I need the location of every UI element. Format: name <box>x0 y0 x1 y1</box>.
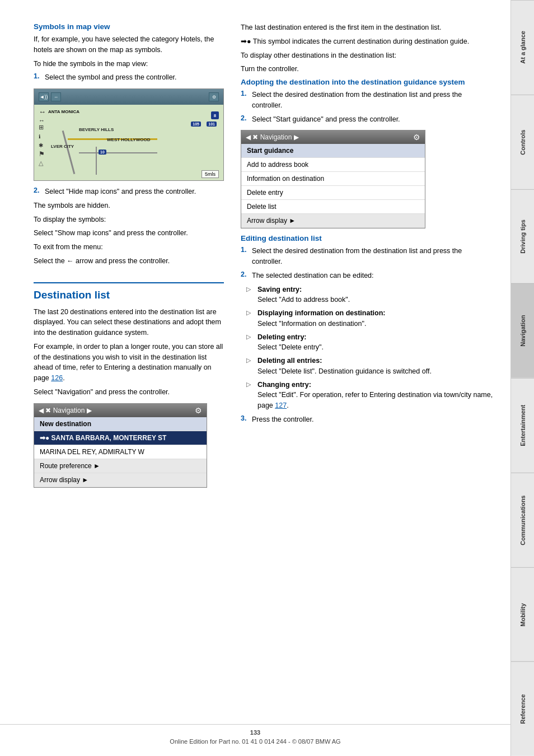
sidebar-tab-navigation[interactable]: Navigation <box>511 283 534 378</box>
sidebar: At a glance Controls Driving tips Naviga… <box>510 0 534 756</box>
nav-arrow-display-right[interactable]: Arrow display ► <box>241 214 425 228</box>
settings-icon: ⚙ <box>212 95 216 100</box>
symbols-body2: To hide the symbols in the map view: <box>34 59 224 69</box>
nav-new-dest[interactable]: New destination <box>34 417 207 431</box>
nav-arrow-display-left[interactable]: Arrow display ► <box>34 473 207 487</box>
map-culver: LVER CITY <box>51 144 74 149</box>
edit-step3: 3. Press the controller. <box>241 414 494 425</box>
nav-info-dest[interactable]: Information on destination <box>241 172 425 186</box>
nav-marina[interactable]: MARINA DEL REY, ADMIRALTY W <box>34 445 207 459</box>
right-column: The last destination entered is the firs… <box>235 22 494 739</box>
nav-back-left: ◀ ✖ Navigation ▶ <box>39 407 92 414</box>
symbol-note: ➡● This symbol indicates the current des… <box>241 36 494 47</box>
bullet-saving: ▷ Saving entry: Select "Add to address b… <box>246 284 494 306</box>
bullet-arrow-1: ▷ <box>246 286 253 306</box>
bullet-arrow-3: ▷ <box>246 333 253 353</box>
edit-step1: 1. Select the desired destination from t… <box>241 246 494 267</box>
map-hollywood: WEST HOLLYWOOD <box>107 137 150 142</box>
nav-add-address[interactable]: Add to address book <box>241 158 425 172</box>
show-body: To display the symbols: <box>34 214 224 225</box>
page-footer: 133 Online Edition for Part no. 01 41 0 … <box>0 724 510 745</box>
map-scale: 5mls <box>202 170 219 178</box>
dest-body2: For example, in order to plan a longer r… <box>34 342 224 384</box>
nav-header-left: ◀ ✖ Navigation ▶ ⚙ <box>34 404 207 417</box>
nav-settings-right: ⚙ <box>413 133 420 142</box>
bullet-arrow-5: ▷ <box>246 381 253 411</box>
sidebar-tab-mobility[interactable]: Mobility <box>511 567 534 662</box>
nav-settings-left: ⚙ <box>195 406 202 415</box>
nav-ui-left: ◀ ✖ Navigation ▶ ⚙ New destination ➡● SA… <box>34 403 207 488</box>
adopting-heading: Adopting the destination into the destin… <box>241 78 494 86</box>
map-image: ◄)) ↔ ⚙ ↔ ANTA MONICA <box>34 88 224 181</box>
dest-body1: The last 20 destinations entered into th… <box>34 307 224 338</box>
bullet-display: ▷ Displaying information on destination:… <box>246 308 494 329</box>
badge-8: 8 <box>211 111 219 119</box>
sidebar-tab-driving-tips[interactable]: Driving tips <box>511 189 534 284</box>
bullet-delete: ▷ Deleting entry: Select "Delete entry". <box>246 332 494 353</box>
bullet-change: ▷ Changing entry: Select "Edit". For ope… <box>246 380 494 411</box>
link-126[interactable]: 126 <box>51 374 63 382</box>
badge-10: 10 <box>99 150 106 155</box>
map-beverly: BEVERLY HILLS <box>79 127 114 132</box>
exit-detail: Select the ← arrow and press the control… <box>34 256 224 267</box>
nav-header-right: ◀ ✖ Navigation ▶ ⚙ <box>241 130 425 144</box>
map-body: ↔ ANTA MONICA ↔ ⊞ ℹ ✱ <box>34 105 223 181</box>
nav-route-pref[interactable]: Route preference ► <box>34 459 207 473</box>
nav-delete-entry[interactable]: Delete entry <box>241 186 425 200</box>
symbols-step1: 1. Select the symbol and press the contr… <box>34 72 224 83</box>
bullet-arrow-4: ▷ <box>246 357 253 377</box>
sidebar-tab-controls[interactable]: Controls <box>511 95 534 189</box>
adopt-step2: 2. Select "Start guidance" and press the… <box>241 114 494 125</box>
sidebar-tab-reference[interactable]: Reference <box>511 661 534 756</box>
edit-step2: 2. The selected destination can be edite… <box>241 270 494 281</box>
show-detail: Select "Show map icons" and press the co… <box>34 228 224 239</box>
display-note: To display other destinations in the des… <box>241 50 494 61</box>
arrow-icon: ↔ <box>54 95 58 100</box>
link-127[interactable]: 127 <box>275 402 287 409</box>
left-column: Symbols in map view If, for example, you… <box>34 22 235 739</box>
badge-101: 101 <box>207 122 217 127</box>
dest-last-note: The last destination entered is the firs… <box>241 22 494 33</box>
map-label-santa-monica: ANTA MONICA <box>48 109 79 114</box>
copyright: Online Edition for Part no. 01 41 0 014 … <box>0 738 510 745</box>
sidebar-tab-at-a-glance[interactable]: At a glance <box>511 0 534 95</box>
volume-icon: ◄)) <box>40 94 48 100</box>
nav-santa-barbara[interactable]: ➡● SANTA BARBARA, MONTERREY ST <box>34 431 207 445</box>
symbols-heading: Symbols in map view <box>34 22 224 31</box>
destination-list-heading: Destination list <box>34 282 224 301</box>
badge-105: 105 <box>191 122 201 127</box>
bullet-arrow-2: ▷ <box>246 309 253 329</box>
editing-heading: Editing destination list <box>241 234 494 242</box>
bullet-delete-all: ▷ Deleting all entries: Select "Delete l… <box>246 356 494 377</box>
nav-ui-right: ◀ ✖ Navigation ▶ ⚙ Start guidance Add to… <box>241 130 425 228</box>
nav-start-guidance[interactable]: Start guidance <box>241 144 425 158</box>
symbols-body1: If, for example, you have selected the c… <box>34 34 224 55</box>
sidebar-tab-communications[interactable]: Communications <box>511 473 534 567</box>
nav-delete-list[interactable]: Delete list <box>241 200 425 214</box>
sidebar-tab-entertainment[interactable]: Entertainment <box>511 378 534 473</box>
display-detail: Turn the controller. <box>241 64 494 74</box>
page-number: 133 <box>0 729 510 736</box>
dest-body3: Select "Navigation" and press the contro… <box>34 387 224 398</box>
map-header: ◄)) ↔ ⚙ <box>34 89 223 105</box>
symbols-step2: 2. Select "Hide map icons" and press the… <box>34 186 224 197</box>
hidden-note: The symbols are hidden. <box>34 200 224 211</box>
adopt-step1: 1. Select the desired destination from t… <box>241 90 494 111</box>
exit-body: To exit from the menu: <box>34 242 224 253</box>
nav-back-right: ◀ ✖ Navigation ▶ <box>246 133 299 141</box>
